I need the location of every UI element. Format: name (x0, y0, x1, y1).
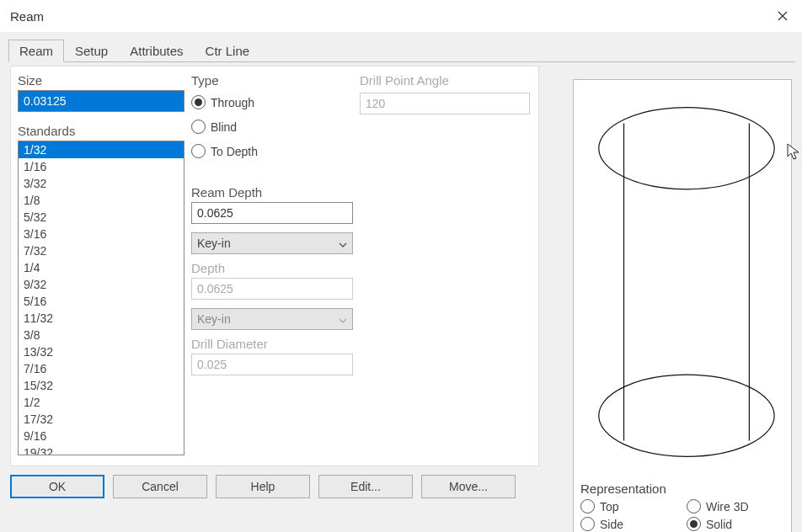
radio-icon (191, 120, 206, 134)
list-item[interactable]: 19/32 (19, 444, 184, 455)
list-item[interactable]: 5/32 (19, 209, 184, 226)
list-item[interactable]: 7/32 (19, 242, 184, 259)
rep-wire3d[interactable]: Wire 3D (687, 497, 784, 515)
list-item[interactable]: 3/16 (19, 226, 184, 242)
tabs: Ream Setup Attributes Ctr Line (8, 39, 795, 62)
chevron-down-icon (339, 237, 347, 250)
depth-input (191, 278, 353, 300)
close-icon (778, 11, 788, 21)
list-item[interactable]: 17/32 (19, 411, 184, 428)
reamdepth-select[interactable]: Key-in (191, 232, 353, 254)
size-input[interactable] (18, 90, 184, 112)
preview-pane: Representation Top Side Bottom Wire 3D S… (573, 79, 792, 532)
reamdepth-input[interactable] (191, 202, 353, 224)
list-item[interactable]: 3/8 (19, 327, 184, 343)
drillpointangle-label: Drill Point Angle (360, 73, 530, 88)
list-item[interactable]: 1/8 (19, 192, 184, 209)
rep-solid[interactable]: Solid (687, 515, 784, 532)
list-item[interactable]: 3/32 (19, 175, 184, 192)
depth-label: Depth (191, 261, 353, 275)
list-item[interactable]: 9/32 (19, 276, 184, 293)
chevron-down-icon (339, 312, 347, 326)
dialog-buttons: OK Cancel Help Edit... Move... (10, 475, 539, 498)
cancel-button[interactable]: Cancel (113, 475, 207, 498)
tab-attributes[interactable]: Attributes (119, 40, 194, 62)
svg-point-2 (599, 108, 774, 189)
radio-icon (191, 144, 206, 158)
svg-point-3 (599, 375, 774, 456)
rep-side[interactable]: Side (580, 515, 678, 532)
rep-option-label: Solid (706, 518, 732, 531)
type-option-label: To Depth (211, 145, 258, 158)
representation-label: Representation (580, 481, 784, 496)
help-button[interactable]: Help (216, 475, 310, 498)
size-label: Size (18, 73, 184, 88)
type-todepth[interactable]: To Depth (191, 139, 353, 163)
close-button[interactable] (763, 0, 802, 32)
radio-icon (191, 95, 206, 109)
type-label: Type (191, 73, 353, 88)
select-value: Key-in (197, 312, 231, 326)
radio-icon (580, 517, 595, 531)
cylinder-preview (574, 80, 791, 476)
list-item[interactable]: 15/32 (19, 377, 184, 394)
list-item[interactable]: 5/16 (19, 293, 184, 310)
titlebar: Ream (0, 0, 802, 32)
type-option-label: Blind (211, 120, 237, 134)
window-title: Ream (10, 9, 763, 24)
ok-button[interactable]: OK (10, 475, 104, 498)
list-item[interactable]: 9/16 (19, 428, 184, 444)
standards-label: Standards (18, 124, 184, 138)
list-item[interactable]: 7/16 (19, 360, 184, 377)
list-item[interactable]: 11/32 (19, 310, 184, 327)
tab-setup[interactable]: Setup (64, 40, 119, 62)
type-option-label: Through (211, 96, 254, 109)
tab-ream[interactable]: Ream (8, 40, 64, 62)
drilldiameter-label: Drill Diameter (191, 337, 353, 351)
type-through[interactable]: Through (191, 90, 353, 114)
radio-icon (687, 499, 701, 513)
rep-option-label: Top (600, 500, 619, 513)
list-item[interactable]: 1/2 (19, 394, 184, 411)
tab-ctrline[interactable]: Ctr Line (195, 40, 261, 62)
edit-button[interactable]: Edit... (318, 475, 413, 498)
rep-top[interactable]: Top (580, 497, 678, 515)
list-item[interactable]: 1/32 (19, 141, 184, 158)
radio-icon (580, 499, 595, 513)
reamdepth-label: Ream Depth (191, 185, 353, 200)
select-value: Key-in (197, 237, 231, 250)
rep-option-label: Side (600, 518, 623, 531)
list-item[interactable]: 13/32 (19, 343, 184, 360)
drilldiameter-input (191, 354, 353, 375)
standards-listbox[interactable]: 1/321/163/321/85/323/167/321/49/325/1611… (18, 141, 184, 455)
move-button[interactable]: Move... (421, 475, 516, 498)
rep-option-label: Wire 3D (706, 500, 749, 513)
list-item[interactable]: 1/16 (19, 158, 184, 175)
type-blind[interactable]: Blind (191, 114, 353, 139)
radio-icon (687, 517, 701, 531)
drillpointangle-input (360, 93, 530, 114)
list-item[interactable]: 1/4 (19, 259, 184, 276)
depth-select: Key-in (191, 308, 353, 330)
